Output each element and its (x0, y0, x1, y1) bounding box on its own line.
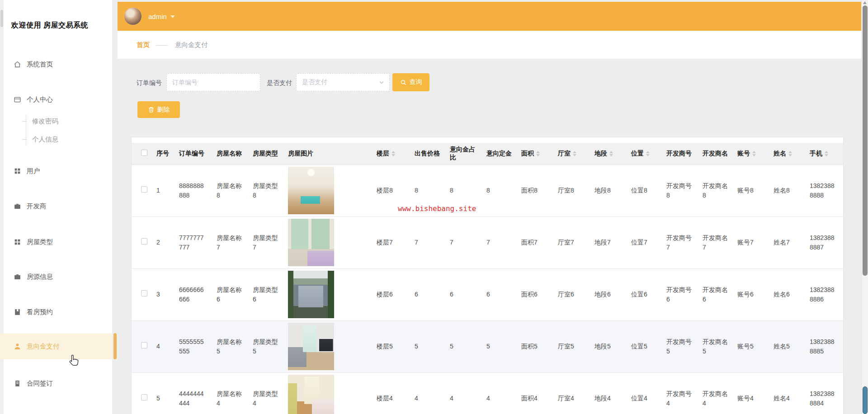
column-header-label: 意向金占 比 (450, 146, 475, 161)
grid-icon (14, 167, 21, 175)
cell-order_no: 6666666 666 (179, 268, 217, 320)
window-scrollbar-thumb[interactable] (863, 5, 868, 276)
cell-phone: 1382388 8887 (810, 216, 844, 268)
sort-caret-icon[interactable] (646, 151, 650, 156)
column-header-label: 地段 (594, 150, 607, 158)
cell-order_no: 7777777 777 (179, 216, 217, 268)
villa-exterior-photo[interactable] (288, 271, 334, 318)
cell-house_name: 房屋名称 5 (217, 320, 253, 372)
column-header-label: 房屋类型 (253, 150, 278, 158)
sidebar-subitem-change-password[interactable]: 修改密码 (0, 116, 112, 127)
cell-order_no: 4444444 444 (179, 372, 217, 414)
sort-caret-icon[interactable] (752, 151, 756, 156)
column-header-district[interactable]: 地段 (594, 143, 631, 165)
column-header-house_name: 房屋名称 (217, 143, 253, 165)
is-paid-label: 是否支付 (267, 79, 292, 87)
sidebar-subitem-personal-info[interactable]: 个人信息 (0, 134, 112, 145)
sidebar-item-home[interactable]: 系统首页 (0, 59, 112, 70)
row-checkbox[interactable] (141, 342, 147, 348)
column-header-area[interactable]: 面积 (521, 143, 558, 165)
cell-name: 姓名8 (774, 165, 810, 216)
cell-location: 位置5 (631, 320, 666, 372)
living-room-photo[interactable] (288, 167, 334, 214)
window-scrollbar-track[interactable] (861, 0, 868, 414)
scrollbar-blue-thumb[interactable] (863, 386, 868, 414)
sort-caret-icon[interactable] (788, 151, 792, 156)
sidebar-item-viewing-appointments[interactable]: 看房预约 (0, 306, 112, 317)
sidebar-item-users[interactable]: 用户 (0, 165, 112, 176)
home-icon (14, 61, 21, 68)
avatar[interactable] (124, 7, 142, 25)
search-icon (400, 79, 407, 86)
column-header-label: 姓名 (774, 150, 786, 158)
sidebar-item-label: 系统首页 (27, 60, 53, 69)
column-header-label: 序号 (156, 150, 169, 158)
sort-caret-icon[interactable] (825, 151, 828, 156)
sidebar-item-contract-signing[interactable]: 合同签订 (0, 378, 112, 389)
warm-bedroom-photo[interactable] (288, 375, 334, 414)
sort-caret-icon[interactable] (609, 151, 613, 156)
living-room-sofa-photo[interactable] (288, 323, 334, 370)
cell-location: 位置8 (631, 165, 666, 216)
column-header-house_type: 房屋类型 (253, 143, 288, 165)
cell-phone: 1382388 8886 (810, 268, 844, 320)
order-no-input[interactable] (166, 73, 260, 91)
sidebar-scrollbar-thumb[interactable] (0, 10, 3, 27)
row-checkbox[interactable] (141, 394, 147, 400)
sidebar-inner-scrollbar-thumb[interactable] (113, 333, 117, 359)
column-header-developer_no: 开发商号 (666, 143, 703, 165)
column-header-label: 账号 (737, 150, 750, 158)
sort-caret-icon[interactable] (573, 151, 576, 156)
column-header-location[interactable]: 位置 (631, 143, 666, 165)
sort-caret-icon[interactable] (392, 151, 395, 156)
cell-developer_no: 开发商号 8 (666, 165, 703, 216)
cell-deposit_ratio: 6 (450, 268, 486, 320)
row-checkbox[interactable] (141, 238, 147, 245)
column-header-rooms[interactable]: 厅室 (558, 143, 594, 165)
scrollbar-up-arrow-icon[interactable] (863, 1, 867, 4)
row-checkbox[interactable] (141, 186, 147, 193)
user-dropdown[interactable]: admin (148, 13, 175, 20)
is-paid-select-placeholder: 是否支付 (302, 78, 327, 86)
sidebar-item-house-listings[interactable]: 房源信息 (0, 271, 112, 282)
column-header-account[interactable]: 账号 (737, 143, 774, 165)
column-header-label: 出售价格 (415, 150, 440, 158)
search-button[interactable]: 查询 (392, 73, 429, 91)
ledger-icon (14, 308, 21, 316)
row-checkbox[interactable] (141, 290, 147, 296)
column-header-floor[interactable]: 楼层 (377, 143, 415, 165)
cell-deposit: 6 (486, 268, 521, 320)
cell-sale_price: 6 (415, 268, 450, 320)
column-header-name[interactable]: 姓名 (774, 143, 810, 165)
sidebar-item-label: 合同签订 (27, 379, 53, 388)
sidebar-item-developers[interactable]: 开发商 (0, 201, 112, 212)
briefcase-icon (14, 202, 21, 210)
cell-house_type: 房屋类型 4 (253, 372, 288, 414)
sidebar-item-personal-center[interactable]: 个人中心 (0, 94, 112, 105)
cell-index: 5 (156, 372, 179, 414)
cell-developer_name: 开发商名 8 (703, 165, 737, 216)
is-paid-select[interactable]: 是否支付 (296, 73, 390, 91)
username: admin (148, 13, 167, 20)
table-row: 18888888 888房屋名称 8房屋类型 8楼层8888面积8厅室8地段8位… (132, 165, 844, 216)
cell-area: 面积6 (521, 268, 558, 320)
column-header-phone[interactable]: 手机 (810, 143, 844, 165)
sort-caret-icon[interactable] (536, 151, 540, 156)
cell-sale_price: 4 (415, 372, 450, 414)
cell-deposit: 7 (486, 216, 521, 268)
sidebar-item-label: 房屋类型 (27, 238, 53, 246)
select-all-checkbox[interactable] (141, 150, 147, 156)
cell-account: 账号7 (737, 216, 774, 268)
table-row: 54444444 444房屋名称 4房屋类型 4楼层4444面积4厅室4地段4位… (132, 372, 844, 414)
sidebar-item-deposit-payment[interactable]: 意向金支付 (0, 334, 112, 359)
breadcrumb-home[interactable]: 首页 (137, 41, 150, 49)
breadcrumb-separator: —— (156, 41, 167, 48)
cell-phone: 1382388 8884 (810, 372, 844, 414)
delete-button[interactable]: 删除 (137, 101, 180, 118)
cell-developer_name: 开发商名 7 (703, 216, 737, 268)
sidebar-item-house-types[interactable]: 房屋类型 (0, 236, 112, 247)
column-header-label: 楼层 (377, 150, 389, 158)
sidebar-subitem-label: 个人信息 (32, 135, 58, 144)
bedroom-window-photo[interactable] (288, 219, 334, 266)
cell-floor: 楼层4 (377, 372, 415, 414)
